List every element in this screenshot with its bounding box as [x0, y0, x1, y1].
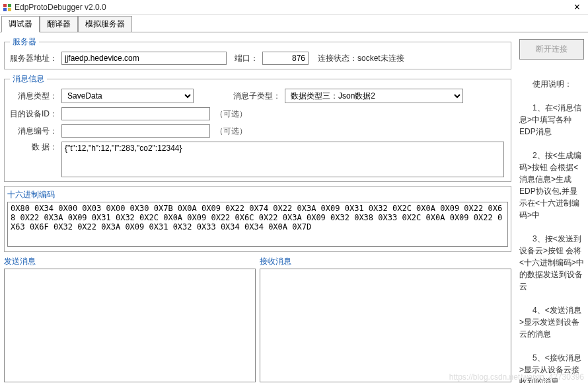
- help-s1: 1、在<消息信息>中填写各种EDP消息: [519, 103, 581, 136]
- msg-type-select[interactable]: SaveData: [61, 89, 194, 103]
- send-output[interactable]: [4, 269, 256, 382]
- data-label: 数 据：: [10, 142, 57, 153]
- msgnum-label: 消息编号：: [10, 126, 57, 137]
- hex-output[interactable]: 0X80 0X34 0X00 0X03 0X00 0X30 0X7B 0X0A …: [7, 202, 508, 247]
- server-port-input[interactable]: [262, 52, 309, 65]
- send-legend: 发送消息: [4, 256, 256, 267]
- main: 服务器 服务器地址： 端口： 连接状态：socket未连接 消息信息 消息类型：…: [0, 32, 588, 383]
- help-s2: 2、按<生成编码>按钮 会根据<消息信息>生成EDP协议包,并显示在<十六进制编…: [519, 151, 581, 220]
- tab-debugger[interactable]: 调试器: [1, 16, 40, 32]
- conn-status-value: socket未连接: [357, 54, 404, 63]
- recv-col: 接收消息: [260, 256, 511, 382]
- msg-subtype-select[interactable]: 数据类型三：Json数据2: [285, 89, 463, 103]
- server-legend: 服务器: [10, 36, 39, 48]
- left-panel: 服务器 服务器地址： 端口： 连接状态：socket未连接 消息信息 消息类型：…: [0, 32, 515, 383]
- hex-group: 十六进制编码 0X80 0X34 0X00 0X03 0X00 0X30 0X7…: [4, 186, 511, 252]
- bottom-row: 发送消息 接收消息: [4, 256, 511, 382]
- svg-rect-2: [3, 8, 7, 11]
- svg-rect-0: [3, 4, 7, 7]
- right-panel: 断开连接 使用说明： 1、在<消息信息>中填写各种EDP消息 2、按<生成编码>…: [515, 32, 588, 383]
- help-s5: 5、<接收消息>显示从设备云接收到的消息: [519, 353, 581, 383]
- svg-rect-3: [8, 8, 11, 11]
- help-title: 使用说明：: [533, 79, 572, 89]
- tab-mock-server[interactable]: 模拟服务器: [78, 16, 132, 32]
- msgnum-input[interactable]: [61, 124, 210, 138]
- app-icon: [3, 3, 12, 12]
- help-s4: 4、<发送消息>显示发送到设备云的消息: [519, 306, 581, 339]
- server-addr-label: 服务器地址：: [10, 53, 57, 64]
- send-col: 发送消息: [4, 256, 256, 382]
- window-title: EdpProtoDebugger v2.0.0: [15, 3, 106, 12]
- svg-rect-1: [8, 4, 11, 7]
- server-port-label: 端口：: [235, 53, 258, 64]
- server-addr-input[interactable]: [61, 52, 227, 65]
- devid-input[interactable]: [61, 107, 210, 120]
- tab-translator[interactable]: 翻译器: [40, 16, 78, 32]
- conn-status-label: 连接状态：: [318, 54, 357, 63]
- recv-output[interactable]: [260, 269, 511, 382]
- devid-optional: （可选）: [215, 108, 247, 120]
- msgnum-optional: （可选）: [215, 126, 247, 137]
- message-group: 消息信息 消息类型： SaveData 消息子类型： 数据类型三：Json数据2…: [4, 73, 511, 182]
- msg-type-label: 消息类型：: [10, 91, 57, 102]
- server-group: 服务器 服务器地址： 端口： 连接状态：socket未连接: [4, 36, 511, 69]
- disconnect-button[interactable]: 断开连接: [519, 39, 584, 60]
- message-legend: 消息信息: [10, 73, 47, 85]
- recv-legend: 接收消息: [260, 256, 511, 267]
- help-s3: 3、按<发送到设备云>按钮 会将<十六进制编码>中的数据发送到设备云: [519, 234, 584, 291]
- tabs: 调试器 翻译器 模拟服务器: [0, 15, 588, 32]
- devid-label: 目的设备ID：: [10, 108, 57, 120]
- instructions: 使用说明： 1、在<消息信息>中填写各种EDP消息 2、按<生成编码>按钮 会根…: [519, 66, 584, 383]
- data-input[interactable]: {"t":12,"h":12,"l":283,"co2":12344}: [61, 142, 504, 177]
- close-icon[interactable]: ×: [569, 1, 585, 13]
- msg-subtype-label: 消息子类型：: [233, 91, 281, 102]
- titlebar: EdpProtoDebugger v2.0.0 ×: [0, 0, 588, 15]
- hex-legend: 十六进制编码: [7, 189, 508, 200]
- conn-status: 连接状态：socket未连接: [318, 53, 404, 64]
